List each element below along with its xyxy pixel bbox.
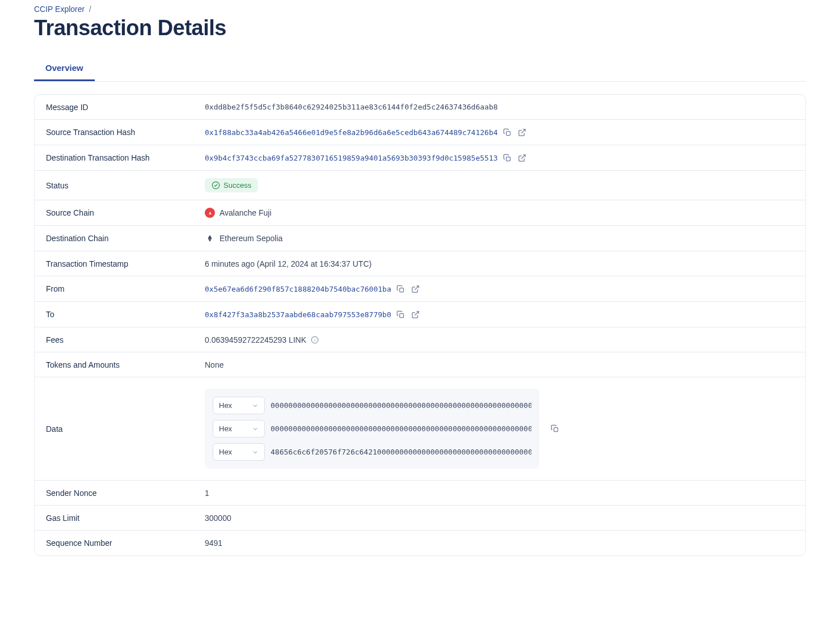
link-from[interactable]: 0x5e67ea6d6f290f857c1888204b7540bac76001…: [205, 285, 391, 293]
label-dest-tx: Destination Transaction Hash: [46, 153, 205, 162]
format-select-2[interactable]: Hex: [213, 443, 265, 461]
row-tokens: Tokens and Amounts None: [35, 352, 805, 377]
details-card: Message ID 0xdd8be2f5f5d5cf3b8640c629240…: [34, 94, 806, 556]
row-data: Data Hex 0000000000000000000000000000000…: [35, 377, 805, 481]
row-sender-nonce: Sender Nonce 1: [35, 481, 805, 506]
external-link-icon[interactable]: [411, 309, 421, 319]
row-source-chain: Source Chain Avalanche Fuji: [35, 200, 805, 226]
svg-rect-2: [506, 157, 510, 161]
data-hex-2: 48656c6c6f20576f726c64210000000000000000…: [271, 448, 531, 456]
copy-icon[interactable]: [550, 424, 560, 434]
copy-icon[interactable]: [503, 153, 513, 163]
label-timestamp: Transaction Timestamp: [46, 259, 205, 268]
external-link-icon[interactable]: [411, 284, 421, 294]
label-from: From: [46, 284, 205, 293]
status-text: Success: [223, 181, 251, 190]
info-icon[interactable]: [311, 336, 319, 344]
link-to[interactable]: 0x8f427f3a3a8b2537aabde68caab797553e8779…: [205, 310, 391, 319]
link-dest-tx[interactable]: 0x9b4cf3743ccba69fa5277830716519859a9401…: [205, 154, 498, 162]
value-source-chain: Avalanche Fuji: [220, 208, 272, 217]
value-sender-nonce: 1: [205, 489, 209, 498]
link-source-tx[interactable]: 0x1f88abc33a4ab426a5466e01d9e5fe8a2b96d6…: [205, 128, 498, 137]
row-dest-tx: Destination Transaction Hash 0x9b4cf3743…: [35, 145, 805, 171]
row-fees: Fees 0.06394592722245293 LINK: [35, 327, 805, 352]
row-from: From 0x5e67ea6d6f290f857c1888204b7540bac…: [35, 276, 805, 302]
value-message-id: 0xdd8be2f5f5d5cf3b8640c62924025b311ae83c…: [205, 103, 498, 111]
value-dest-chain: Ethereum Sepolia: [220, 234, 282, 243]
copy-icon[interactable]: [503, 127, 513, 137]
label-dest-chain: Destination Chain: [46, 234, 205, 243]
external-link-icon[interactable]: [517, 127, 527, 137]
value-sequence: 9491: [205, 538, 222, 548]
svg-line-6: [415, 285, 419, 289]
label-source-chain: Source Chain: [46, 208, 205, 217]
breadcrumb: CCIP Explorer /: [34, 0, 806, 14]
svg-rect-5: [400, 288, 404, 292]
breadcrumb-separator: /: [89, 5, 91, 14]
ethereum-icon: [205, 233, 215, 243]
value-fees: 0.06394592722245293 LINK: [205, 335, 306, 344]
row-message-id: Message ID 0xdd8be2f5f5d5cf3b8640c629240…: [35, 95, 805, 120]
value-timestamp: 6 minutes ago (April 12, 2024 at 16:34:3…: [205, 259, 372, 268]
tab-overview[interactable]: Overview: [34, 56, 95, 81]
chevron-down-icon: [252, 426, 259, 432]
tabs: Overview: [34, 56, 806, 82]
label-status: Status: [46, 181, 205, 190]
row-source-tx: Source Transaction Hash 0x1f88abc33a4ab4…: [35, 120, 805, 145]
label-sender-nonce: Sender Nonce: [46, 489, 205, 498]
svg-point-4: [212, 182, 220, 189]
label-tokens: Tokens and Amounts: [46, 360, 205, 369]
chevron-down-icon: [252, 402, 259, 409]
row-dest-chain: Destination Chain Ethereum Sepolia: [35, 226, 805, 251]
svg-line-3: [521, 154, 525, 158]
format-select-1[interactable]: Hex: [213, 420, 265, 437]
copy-icon[interactable]: [396, 309, 406, 319]
check-circle-icon: [212, 181, 220, 190]
breadcrumb-root-link[interactable]: CCIP Explorer: [34, 5, 85, 14]
row-status: Status Success: [35, 171, 805, 200]
data-block: Hex 000000000000000000000000000000000000…: [205, 389, 539, 469]
value-tokens: None: [205, 360, 223, 369]
label-sequence: Sequence Number: [46, 538, 205, 548]
data-line-0: Hex 000000000000000000000000000000000000…: [213, 397, 531, 414]
chevron-down-icon: [252, 449, 259, 456]
row-to: To 0x8f427f3a3a8b2537aabde68caab797553e8…: [35, 302, 805, 327]
data-line-2: Hex 48656c6c6f20576f726c6421000000000000…: [213, 443, 531, 461]
label-source-tx: Source Transaction Hash: [46, 128, 205, 137]
avalanche-icon: [205, 208, 215, 218]
svg-line-1: [521, 129, 525, 133]
svg-rect-0: [506, 131, 510, 135]
data-line-1: Hex 000000000000000000000000000000000000…: [213, 420, 531, 437]
copy-icon[interactable]: [396, 284, 406, 294]
label-gas-limit: Gas Limit: [46, 514, 205, 523]
label-data: Data: [46, 424, 205, 434]
row-timestamp: Transaction Timestamp 6 minutes ago (Apr…: [35, 251, 805, 276]
format-select-0[interactable]: Hex: [213, 397, 265, 414]
label-message-id: Message ID: [46, 103, 205, 112]
svg-rect-7: [400, 313, 404, 317]
data-hex-0: 0000000000000000000000000000000000000000…: [271, 401, 531, 410]
external-link-icon[interactable]: [517, 153, 527, 163]
value-gas-limit: 300000: [205, 514, 231, 523]
row-gas-limit: Gas Limit 300000: [35, 506, 805, 531]
page-title: Transaction Details: [34, 16, 806, 40]
status-badge: Success: [205, 178, 258, 192]
svg-line-8: [415, 311, 419, 315]
label-to: To: [46, 310, 205, 319]
svg-rect-12: [554, 428, 558, 432]
row-sequence: Sequence Number 9491: [35, 531, 805, 556]
data-hex-1: 0000000000000000000000000000000000000000…: [271, 424, 531, 433]
label-fees: Fees: [46, 335, 205, 344]
